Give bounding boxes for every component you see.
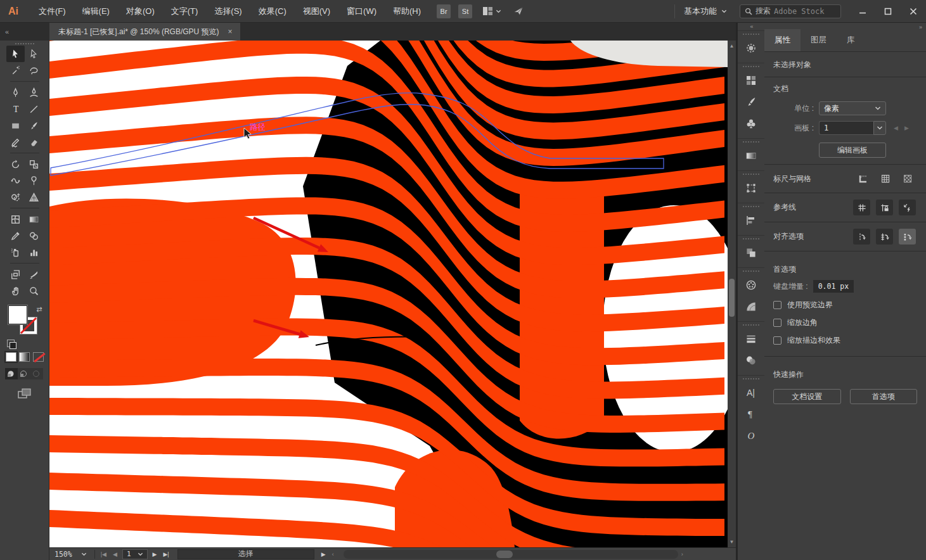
menu-item-7[interactable]: 窗口(W) [338,0,385,23]
snap-to-grid-button[interactable] [876,229,893,245]
tool-shaper[interactable] [6,134,25,150]
menu-item-0[interactable]: 文件(F) [30,0,74,23]
grid-button[interactable] [877,171,894,186]
arrange-documents-button[interactable] [482,6,501,16]
panel-tab-属性[interactable]: 属性 [764,29,801,51]
corner-ruler-button[interactable] [855,171,871,186]
tool-zoom[interactable] [25,283,43,299]
tab-close-icon[interactable]: × [228,27,233,36]
dock-panel-color[interactable] [738,37,764,59]
dock-panel-transform[interactable] [738,177,764,199]
tool-rotate[interactable] [6,156,25,172]
snap-to-pixel-button[interactable] [899,229,916,245]
tool-rectangle[interactable] [6,117,25,134]
unit-select[interactable]: 像素 [819,101,886,115]
maximize-button[interactable] [875,3,901,20]
keyboard-increment-input[interactable]: 0.01 px [813,280,854,293]
artboard-navigation-field[interactable]: 1 [122,549,148,559]
tool-direct-selection[interactable] [25,46,43,62]
menu-item-6[interactable]: 视图(V) [295,0,338,23]
swap-fill-stroke-icon[interactable]: ⇄ [36,305,42,314]
screen-mode-button[interactable] [17,388,32,400]
dock-group-grip[interactable] [743,324,759,326]
tool-scale[interactable] [25,156,43,172]
share-button[interactable] [513,6,524,16]
tool-selection[interactable] [6,46,25,62]
menu-item-5[interactable]: 效果(C) [250,0,295,23]
tool-eyedropper[interactable] [6,227,25,244]
menu-item-8[interactable]: 帮助(H) [385,0,429,23]
vertical-scrollbar[interactable]: ▲ ▼ [728,41,736,547]
previous-artboard-button[interactable]: ◀ [110,551,120,557]
tool-eraser[interactable] [25,134,43,150]
vertical-scrollbar-thumb[interactable] [729,279,735,317]
menu-item-3[interactable]: 文字(T) [163,0,207,23]
tool-blend[interactable] [25,227,43,244]
status-play-icon[interactable]: ▶ [318,551,329,557]
tool-mesh[interactable] [6,211,25,227]
checkbox[interactable] [773,336,781,345]
dock-group-grip[interactable] [743,66,759,67]
dock-group-grip[interactable] [743,270,759,272]
dock-panel-brushes[interactable] [738,91,764,113]
snap-to-point-button[interactable] [853,229,870,245]
menu-item-2[interactable]: 对象(O) [118,0,163,23]
artboard-select-chevron[interactable] [873,121,886,135]
workspace-switcher[interactable]: 基本功能 [674,4,736,18]
none-button[interactable] [33,352,44,362]
dock-group-grip[interactable] [743,378,759,379]
dock-panel-transparency[interactable] [738,350,764,371]
dock-panel-opentype[interactable]: O [738,425,764,447]
scroll-down-icon[interactable]: ▼ [728,538,736,546]
quick-action-button-1[interactable]: 首选项 [850,389,918,404]
dock-group-grip[interactable] [743,34,759,35]
color-button[interactable] [6,352,16,362]
dock-group-grip[interactable] [743,238,759,239]
document-tab[interactable]: 未标题-1 [已恢复].ai* @ 150% (RGB/GPU 预览) × [49,23,240,41]
default-fill-stroke-icon[interactable] [7,340,15,347]
tool-symbol-sprayer[interactable] [6,244,25,260]
draw-inside-button[interactable] [30,368,43,379]
show-guides-button[interactable] [853,200,870,215]
checkbox[interactable] [773,319,781,327]
quick-action-button-0[interactable]: 文档设置 [773,389,841,404]
edit-artboard-button[interactable]: 编辑画板 [819,143,886,158]
last-artboard-button[interactable]: ▶| [160,551,172,557]
tool-magic-wand[interactable] [6,62,25,79]
dock-panel-stroke[interactable] [738,328,764,350]
scroll-up-icon[interactable]: ▲ [728,42,736,50]
tool-lasso[interactable] [25,62,43,79]
dock-group-grip[interactable] [743,206,759,207]
dock-group-grip[interactable] [743,141,759,143]
dock-panel-color-guide[interactable] [738,274,764,296]
tool-slice[interactable] [25,266,43,283]
panel-tab-图层[interactable]: 图层 [801,29,837,51]
tool-paintbrush[interactable] [25,117,43,134]
dock-panel-paragraph[interactable]: ¶ [738,404,764,425]
next-artboard-button[interactable]: ▶ [150,551,160,557]
collapse-tabs-icon[interactable]: « [0,23,49,41]
tool-gradient[interactable] [25,211,43,227]
tool-hand[interactable] [6,283,25,299]
gradient-button[interactable] [19,352,30,362]
dock-panel-swatches[interactable] [738,70,764,91]
artboard-select[interactable]: 1 [819,121,886,135]
draw-normal-button[interactable] [5,368,18,379]
minimize-button[interactable] [850,3,875,20]
dock-panel-symbols[interactable] [738,113,764,134]
dock-panel-pathfinder[interactable] [738,242,764,264]
smart-guides-button[interactable] [899,200,916,215]
tool-type[interactable]: T [6,101,25,117]
close-button[interactable] [901,3,926,20]
bridge-button[interactable]: Br [437,4,451,18]
checkbox[interactable] [773,301,781,309]
tool-shape-builder[interactable] [6,189,25,205]
dock-panel-gradient-panel[interactable] [738,145,764,167]
artboard-prev-next-icons[interactable]: ◀▶ [894,125,915,131]
draw-behind-button[interactable] [18,368,30,379]
horizontal-scrollbar[interactable] [344,550,678,559]
dock-group-grip[interactable] [743,174,759,175]
artboard-canvas[interactable]: 路径 [49,41,728,547]
dock-panel-character[interactable]: A| [738,382,764,404]
collapse-panels-icon[interactable]: » [919,24,921,30]
